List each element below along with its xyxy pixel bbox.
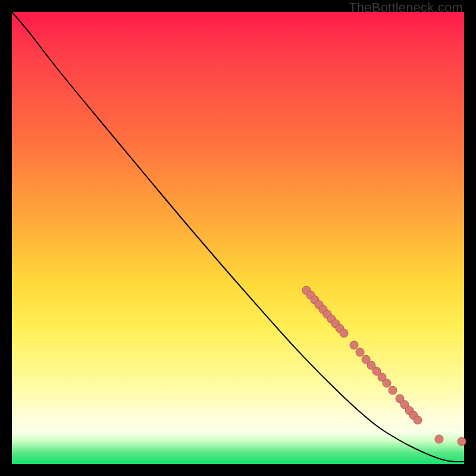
marker-group xyxy=(302,286,466,446)
curve-marker xyxy=(350,341,358,349)
curve-marker xyxy=(383,379,391,387)
curve-marker xyxy=(356,348,364,356)
curve-marker xyxy=(340,329,348,337)
curve-line xyxy=(12,12,464,462)
chart-frame: TheBottleneck.com xyxy=(0,0,476,476)
curve-marker xyxy=(458,437,466,446)
chart-svg xyxy=(12,12,464,464)
curve-marker xyxy=(389,386,397,394)
curve-marker xyxy=(435,435,443,443)
curve-marker xyxy=(414,416,422,424)
